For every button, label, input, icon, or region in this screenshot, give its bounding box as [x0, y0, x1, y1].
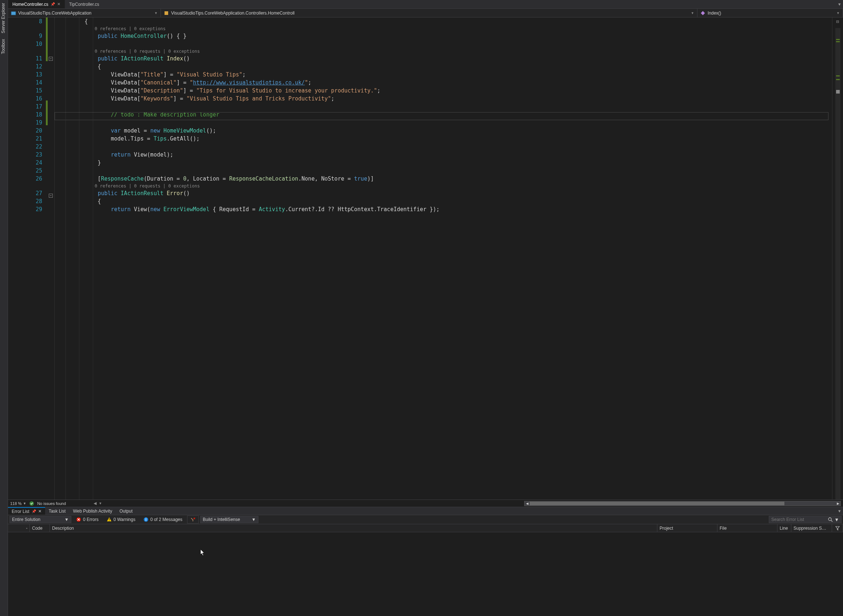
split-icon[interactable]: ⊟	[836, 19, 839, 24]
panel-overflow-icon[interactable]: ▾	[836, 507, 843, 515]
close-icon[interactable]: ✕	[38, 509, 41, 514]
scroll-right-icon[interactable]: ▶	[835, 501, 840, 506]
col-file[interactable]: File	[717, 524, 777, 532]
horizontal-scrollbar[interactable]: ◀ ▶	[524, 501, 841, 506]
nav-project-combo[interactable]: VisualStudioTips.CoreWebApplication ▼	[8, 9, 161, 17]
panel-tab-web-publish[interactable]: Web Publish Activity	[69, 507, 116, 515]
side-tab-toolbox[interactable]: Toolbox	[0, 36, 8, 57]
error-list-toolbar: Entire Solution▼ 0 Errors 0 Warnings 0 o…	[8, 515, 843, 524]
col-suppression[interactable]: Suppression S…	[791, 524, 832, 532]
panel-tabs: Error List 📌 ✕ Task List Web Publish Act…	[8, 507, 843, 515]
line-number-gutter: 8 9 10 11 12 13 14 15 16 17 18 19 20 21 …	[8, 18, 48, 500]
svg-rect-0	[11, 12, 16, 15]
warnings-toggle[interactable]: 0 Warnings	[103, 516, 139, 524]
chevron-down-icon: ▼	[691, 11, 694, 15]
errors-toggle[interactable]: 0 Errors	[73, 516, 102, 524]
close-icon[interactable]: ✕	[57, 2, 60, 7]
nav-member-combo[interactable]: Index() ▼	[697, 9, 843, 17]
file-tabs: HomeController.cs 📌 ✕ TipController.cs ▾	[8, 0, 843, 9]
fold-gutter: − −	[48, 18, 54, 500]
file-tab-homecontroller[interactable]: HomeController.cs 📌 ✕	[8, 0, 65, 8]
chevron-down-icon[interactable]: ▼	[834, 517, 839, 522]
issues-text: No issues found	[37, 501, 66, 506]
codelens[interactable]: 0 references | 0 requests | 0 exceptions	[58, 183, 832, 189]
check-icon	[29, 501, 34, 506]
codelens[interactable]: 0 references | 0 requests | 0 exceptions	[58, 48, 832, 54]
scope-combo[interactable]: Entire Solution▼	[9, 516, 71, 523]
svg-rect-6	[109, 521, 109, 521]
chevron-down-icon: ▼	[154, 11, 158, 15]
search-input[interactable]	[771, 517, 828, 522]
scroll-thumb[interactable]	[529, 502, 784, 505]
pin-icon[interactable]: 📌	[51, 2, 55, 6]
nav-menu-icon[interactable]: ▾	[100, 501, 101, 506]
messages-toggle[interactable]: 0 of 2 Messages	[140, 516, 186, 524]
scroll-map[interactable]: ⊟	[832, 18, 843, 500]
nav-member-label: Index()	[708, 10, 721, 16]
panel-tab-error-list[interactable]: Error List 📌 ✕	[8, 507, 45, 515]
col-code[interactable]: Code	[30, 524, 50, 532]
nav-project-label: VisualStudioTips.CoreWebApplication	[18, 10, 91, 16]
cursor-icon	[200, 549, 205, 556]
col-category[interactable]: ▪	[8, 524, 30, 532]
error-list-body	[8, 532, 843, 616]
file-tab-label: HomeController.cs	[12, 2, 48, 7]
svg-rect-2	[701, 11, 705, 15]
codelens[interactable]: 0 references | 0 exceptions	[58, 25, 832, 32]
file-tab-label: TipController.cs	[69, 2, 100, 7]
mode-combo[interactable]: Build + IntelliSense▼	[200, 516, 258, 523]
error-list-header: ▪ Code Description Project File Line Sup…	[8, 524, 843, 532]
file-tab-tipcontroller[interactable]: TipController.cs	[65, 0, 104, 8]
method-icon	[700, 10, 705, 16]
code-editor[interactable]: 8 9 10 11 12 13 14 15 16 17 18 19 20 21 …	[8, 18, 843, 500]
class-icon	[164, 10, 169, 16]
svg-rect-1	[164, 11, 168, 15]
chevron-down-icon: ▼	[836, 11, 840, 15]
fold-toggle[interactable]: −	[49, 57, 53, 61]
svg-point-10	[828, 518, 831, 521]
nav-type-label: VisualStudioTips.CoreWebApplication.Cont…	[171, 10, 295, 16]
project-icon	[11, 10, 16, 16]
scroll-left-icon[interactable]: ◀	[525, 501, 529, 506]
col-filter[interactable]	[832, 524, 843, 532]
col-line[interactable]: Line	[777, 524, 791, 532]
nav-back-icon[interactable]: ◀	[94, 501, 97, 506]
tabs-overflow-icon[interactable]: ▾	[836, 0, 843, 8]
svg-line-11	[831, 520, 833, 522]
fold-toggle[interactable]: −	[49, 194, 53, 198]
col-project[interactable]: Project	[657, 524, 717, 532]
svg-rect-5	[109, 518, 109, 520]
search-box[interactable]: ▼	[769, 516, 842, 523]
panel-tab-task-list[interactable]: Task List	[45, 507, 69, 515]
pin-icon[interactable]: 📌	[32, 509, 36, 513]
nav-bar: VisualStudioTips.CoreWebApplication ▼ Vi…	[8, 9, 843, 18]
col-description[interactable]: Description	[50, 524, 657, 532]
code-content[interactable]: { 0 references | 0 exceptions public Hom…	[54, 18, 832, 500]
zoom-combo[interactable]: 118 %▼	[10, 501, 26, 506]
search-icon[interactable]	[828, 517, 833, 522]
side-tab-server-explorer[interactable]: Server Explorer	[0, 0, 8, 36]
nav-type-combo[interactable]: VisualStudioTips.CoreWebApplication.Cont…	[161, 9, 697, 17]
svg-rect-9	[146, 519, 146, 521]
svg-rect-8	[146, 518, 146, 519]
clear-filters-button[interactable]	[187, 516, 199, 524]
editor-status-bar: 118 %▼ No issues found ◀ ▾ ◀ ▶	[8, 500, 843, 507]
panel-tab-output[interactable]: Output	[116, 507, 136, 515]
